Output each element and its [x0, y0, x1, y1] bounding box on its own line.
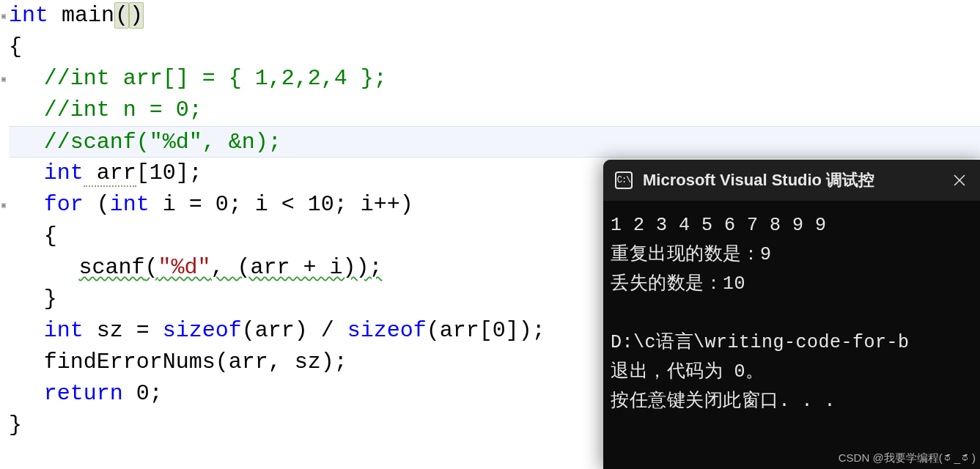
code-line-current: //scanf("%d", &n);	[9, 126, 980, 158]
terminal-line: 丢失的数是：10	[611, 273, 745, 295]
fold-icon[interactable]: ▣	[1, 189, 6, 221]
terminal-icon: C:\	[615, 171, 633, 189]
close-button[interactable]	[946, 167, 973, 193]
debug-console-window: C:\ Microsoft Visual Studio 调试控 1 2 3 4 …	[603, 160, 980, 469]
terminal-titlebar[interactable]: C:\ Microsoft Visual Studio 调试控	[603, 160, 980, 201]
terminal-line: 退出，代码为 0。	[611, 361, 765, 383]
terminal-title: Microsoft Visual Studio 调试控	[643, 169, 936, 191]
code-line: //int n = 0;	[9, 95, 980, 126]
close-icon	[953, 174, 966, 187]
terminal-output[interactable]: 1 2 3 4 5 6 7 8 9 9 重复出现的数是：9 丢失的数是：10 D…	[603, 201, 980, 422]
watermark: CSDN @我要学编程(ಥ_ಥ)	[839, 451, 976, 465]
fold-icon[interactable]: ▣	[1, 0, 6, 32]
terminal-line: 重复出现的数是：9	[611, 244, 772, 265]
fold-icon[interactable]: ▣	[1, 63, 6, 95]
terminal-line: 按任意键关闭此窗口. . .	[611, 391, 836, 412]
terminal-line: D:\c语言\writing-code-for-b	[611, 332, 910, 353]
terminal-line: 1 2 3 4 5 6 7 8 9 9	[611, 215, 827, 236]
code-line: ▣int main()	[9, 0, 980, 32]
code-line: ▣//int arr[] = { 1,2,2,4 };	[9, 63, 980, 95]
code-line: {	[9, 32, 980, 63]
